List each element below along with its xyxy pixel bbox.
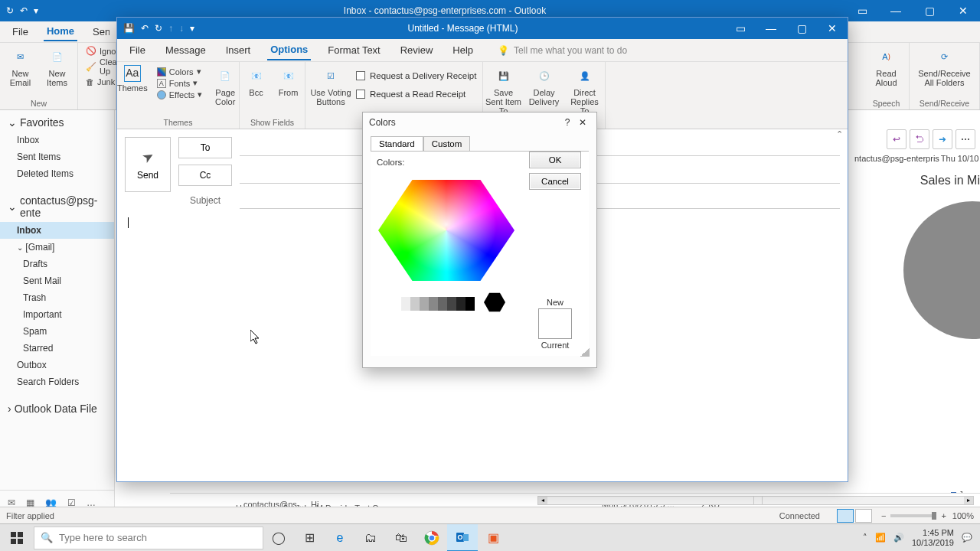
- outlook-taskbar-icon[interactable]: O: [447, 524, 478, 552]
- favorites-header[interactable]: ⌄Favorites: [0, 110, 114, 132]
- task-view-icon[interactable]: ⊞: [294, 524, 325, 552]
- read-receipt-checkbox[interactable]: Request a Read Receipt: [356, 88, 476, 100]
- close-icon[interactable]: ✕: [946, 5, 980, 17]
- maximize-icon[interactable]: ▢: [913, 5, 946, 17]
- save-icon[interactable]: 💾: [123, 23, 135, 34]
- zoom-in-button[interactable]: +: [941, 511, 946, 520]
- nav-fav-inbox[interactable]: Inbox: [0, 132, 114, 148]
- zoom-out-button[interactable]: −: [881, 511, 886, 520]
- zoom-slider[interactable]: [890, 514, 936, 517]
- delay-delivery-button[interactable]: 🕒Delay Delivery: [527, 65, 562, 106]
- msg-tab-insert[interactable]: Insert: [223, 41, 254, 60]
- start-button[interactable]: [0, 524, 34, 552]
- tab-home[interactable]: Home: [44, 22, 77, 41]
- save-sent-button[interactable]: 💾Save Sent Item To: [485, 65, 522, 116]
- theme-fonts-button[interactable]: AFonts ▾: [154, 78, 205, 88]
- cc-button[interactable]: Cc: [178, 165, 232, 186]
- tellme-input[interactable]: 💡Tell me what you want to do: [498, 45, 627, 56]
- nav-drafts[interactable]: Drafts: [0, 256, 114, 272]
- nav-fav-deleted[interactable]: Deleted Items: [0, 165, 114, 182]
- theme-colors-button[interactable]: Colors ▾: [154, 67, 205, 77]
- grayscale-row[interactable]: [392, 297, 475, 311]
- file-explorer-icon[interactable]: 🗂: [355, 524, 386, 552]
- large-black-hex[interactable]: [484, 292, 505, 313]
- msg-maximize-icon[interactable]: ▢: [786, 22, 817, 34]
- nav-gmail[interactable]: ⌄ [Gmail]: [0, 239, 114, 256]
- nav-trash[interactable]: Trash: [0, 289, 114, 306]
- customize-qat-icon[interactable]: ▾: [190, 23, 194, 34]
- redo-icon[interactable]: ↻: [155, 23, 162, 34]
- taskbar-clock[interactable]: 1:45 PM 10/13/2019: [912, 528, 954, 546]
- nav-outbox[interactable]: Outbox: [0, 357, 114, 373]
- dialog-close-icon[interactable]: ✕: [575, 117, 590, 128]
- ribbon-display-icon[interactable]: ▭: [725, 22, 756, 34]
- account-header[interactable]: ⌄contactus@psg-ente: [0, 182, 114, 222]
- from-button[interactable]: 📧From: [275, 65, 302, 97]
- more-actions-button[interactable]: ⋯: [956, 129, 975, 149]
- notifications-icon[interactable]: 💬: [962, 533, 972, 543]
- custom-tab[interactable]: Custom: [423, 136, 471, 151]
- tab-file[interactable]: File: [9, 23, 31, 41]
- chrome-icon[interactable]: [416, 524, 447, 552]
- help-icon[interactable]: ?: [560, 117, 575, 128]
- reply-button[interactable]: ↩: [887, 129, 906, 149]
- color-hexagon-picker[interactable]: [378, 173, 514, 288]
- msg-tab-message[interactable]: Message: [162, 41, 209, 60]
- nav-fav-sent[interactable]: Sent Items: [0, 148, 114, 165]
- nav-sentmail[interactable]: Sent Mail: [0, 272, 114, 289]
- edge-icon[interactable]: e: [325, 524, 355, 552]
- view-normal-button[interactable]: [837, 509, 854, 523]
- volume-icon[interactable]: 🔊: [893, 533, 904, 543]
- tab-sendreceive[interactable]: Send/Receive: [90, 23, 109, 41]
- voting-buttons-button[interactable]: ☑Use Voting Buttons: [310, 65, 351, 106]
- cortana-icon[interactable]: ◯: [263, 524, 294, 552]
- prev-icon[interactable]: ↑: [168, 23, 173, 34]
- qat-customize-icon[interactable]: ▾: [34, 5, 38, 16]
- collapse-ribbon-icon[interactable]: ⌃: [836, 129, 843, 139]
- msg-tab-options[interactable]: Options: [267, 40, 311, 60]
- next-icon[interactable]: ↓: [179, 23, 184, 34]
- reply-all-button[interactable]: ⮌: [910, 129, 929, 149]
- wifi-icon[interactable]: 📶: [875, 533, 886, 543]
- theme-effects-button[interactable]: Effects ▾: [154, 90, 205, 99]
- cancel-button[interactable]: Cancel: [529, 173, 581, 190]
- nav-important[interactable]: Important: [0, 306, 114, 323]
- person-icon: 👤: [574, 65, 596, 86]
- forward-button[interactable]: ➜: [933, 129, 952, 149]
- nav-inbox[interactable]: Inbox: [0, 222, 114, 239]
- msg-minimize-icon[interactable]: —: [756, 22, 786, 34]
- send-button[interactable]: ➤ Send: [125, 137, 171, 192]
- store-icon[interactable]: 🛍: [386, 524, 416, 552]
- direct-replies-button[interactable]: 👤Direct Replies To: [567, 65, 603, 116]
- read-aloud-button[interactable]: A) Read Aloud: [871, 46, 903, 87]
- tray-overflow-icon[interactable]: ˄: [863, 533, 867, 543]
- ok-button[interactable]: OK: [529, 152, 581, 168]
- msg-tab-formattext[interactable]: Format Text: [325, 41, 383, 60]
- new-email-button[interactable]: ✉ New Email: [5, 46, 37, 87]
- new-items-button[interactable]: 📄 New Items: [41, 46, 74, 87]
- delivery-receipt-checkbox[interactable]: Request a Delivery Receipt: [356, 70, 476, 82]
- send-receive-all-button[interactable]: ⟳ Send/Receive All Folders: [914, 46, 975, 87]
- msg-close-icon[interactable]: ✕: [817, 22, 848, 34]
- qat-undo-icon[interactable]: ↶: [20, 5, 28, 16]
- page-color-button[interactable]: 📄 Page Color: [210, 65, 240, 106]
- themes-button[interactable]: Aa Themes: [116, 65, 149, 93]
- nav-starred[interactable]: Starred: [0, 340, 114, 357]
- msg-tab-file[interactable]: File: [126, 41, 149, 60]
- view-reading-button[interactable]: [855, 509, 872, 523]
- data-file-header[interactable]: ›Outlook Data File: [0, 390, 114, 418]
- msg-tab-help[interactable]: Help: [449, 41, 476, 60]
- to-button[interactable]: To: [178, 137, 232, 158]
- nav-search-folders[interactable]: Search Folders: [0, 373, 114, 390]
- nav-spam[interactable]: Spam: [0, 323, 114, 340]
- ribbon-options-icon[interactable]: ▭: [845, 5, 879, 17]
- msg-tab-review[interactable]: Review: [397, 41, 436, 60]
- standard-tab[interactable]: Standard: [371, 136, 423, 152]
- snagit-icon[interactable]: ▣: [478, 524, 508, 552]
- qat-sendreceive-icon[interactable]: ↻: [6, 5, 14, 16]
- bcc-button[interactable]: 📧Bcc: [243, 65, 270, 97]
- minimize-icon[interactable]: —: [879, 5, 913, 17]
- taskbar-search[interactable]: 🔍 Type here to search: [34, 527, 263, 549]
- undo-icon[interactable]: ↶: [141, 23, 149, 34]
- resize-grip-icon[interactable]: [580, 347, 590, 357]
